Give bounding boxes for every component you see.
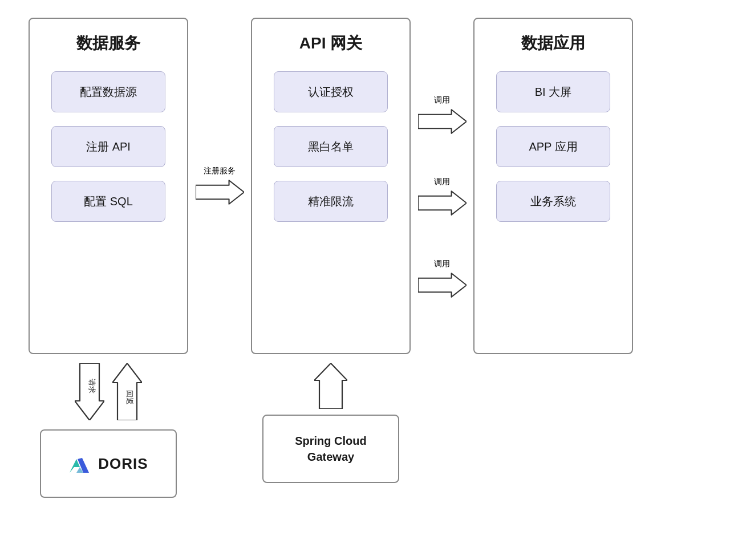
up-arrow-svg: 回返	[112, 363, 142, 420]
card-bi: BI 大屏	[496, 71, 610, 112]
panel-data-service-title: 数据服务	[76, 33, 140, 54]
doris-box: DORIS	[40, 429, 177, 498]
gateway-box: Spring Cloud Gateway	[262, 415, 399, 483]
panel-api-gateway-title: API 网关	[299, 33, 362, 54]
gateway-text: Spring Cloud Gateway	[295, 433, 367, 465]
call2-label: 调用	[434, 177, 450, 187]
svg-text:回返: 回返	[125, 390, 134, 405]
card-configure-datasource: 配置数据源	[51, 71, 165, 112]
svg-marker-2	[418, 192, 467, 216]
bottom-row: 请求 回返 DORIS Spring Cloud Gateway	[29, 363, 701, 498]
down-arrow-svg: 请求	[75, 363, 104, 420]
call3-label: 调用	[434, 259, 450, 269]
panel-data-app: 数据应用 BI 大屏 APP 应用 业务系统	[473, 18, 633, 354]
vertical-arrows-group: 请求 回返	[75, 363, 142, 420]
svg-marker-3	[418, 273, 467, 297]
panel-data-service: 数据服务 配置数据源 注册 API 配置 SQL	[29, 18, 188, 354]
call1-arrow-svg	[418, 107, 467, 136]
arrow-call-1: 调用	[411, 95, 473, 136]
bottom-left: 请求 回返 DORIS	[29, 363, 188, 498]
register-arrow-svg	[196, 178, 244, 206]
svg-marker-1	[418, 109, 467, 133]
svg-marker-11	[314, 363, 347, 409]
doris-logo-icon	[68, 452, 91, 475]
card-register-api: 注册 API	[51, 126, 165, 167]
arrow-call-3: 调用	[411, 259, 473, 299]
card-blackwhitelist: 黑白名单	[274, 126, 388, 167]
card-app: APP 应用	[496, 126, 610, 167]
arrow-register-service: 注册服务	[188, 18, 251, 354]
card-configure-sql: 配置 SQL	[51, 181, 165, 222]
call3-arrow-svg	[418, 271, 467, 299]
doris-logo-text: DORIS	[98, 455, 148, 473]
card-auth: 认证授权	[274, 71, 388, 112]
diagram-container: 数据服务 配置数据源 注册 API 配置 SQL 注册服务 API 网关 认证授…	[29, 18, 701, 542]
arrow-call-2: 调用	[411, 177, 473, 217]
panel-api-gateway: API 网关 认证授权 黑白名单 精准限流	[251, 18, 411, 354]
register-label: 注册服务	[204, 166, 236, 176]
panel-data-app-title: 数据应用	[521, 33, 585, 54]
svg-text:请求: 请求	[88, 379, 96, 393]
panels-row: 数据服务 配置数据源 注册 API 配置 SQL 注册服务 API 网关 认证授…	[29, 18, 701, 354]
call2-arrow-svg	[418, 189, 467, 217]
bottom-middle: Spring Cloud Gateway	[251, 363, 411, 483]
arrows-call: 调用 调用 调用	[411, 18, 473, 354]
down-arrow-group: 请求	[75, 363, 104, 420]
up-arrow-group: 回返	[112, 363, 142, 420]
gateway-up-arrow-svg	[314, 363, 347, 409]
call1-label: 调用	[434, 95, 450, 105]
svg-marker-0	[196, 180, 244, 204]
card-ratelimit: 精准限流	[274, 181, 388, 222]
card-biz-system: 业务系统	[496, 181, 610, 222]
